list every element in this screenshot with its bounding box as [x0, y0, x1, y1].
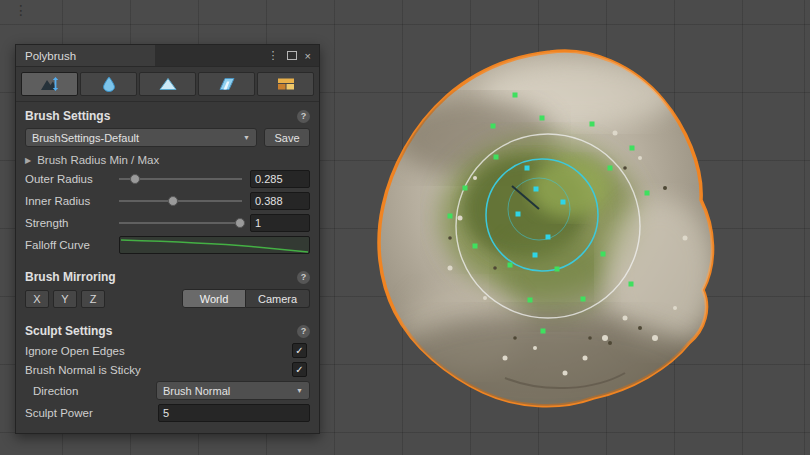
falloff-curve-field[interactable] [119, 236, 310, 254]
inner-radius-label: Inner Radius [25, 195, 119, 207]
brush-mirroring-title: Brush Mirroring [25, 270, 116, 284]
help-icon[interactable]: ? [297, 271, 310, 284]
scene-viewport[interactable]: ⋮ [0, 0, 810, 455]
maximize-icon[interactable] [287, 51, 297, 60]
rock-mesh[interactable] [355, 38, 735, 418]
save-button[interactable]: Save [264, 128, 310, 147]
strength-label: Strength [25, 217, 119, 229]
tab-polybrush[interactable]: Polybrush [16, 45, 155, 66]
mirror-space-camera-button[interactable]: Camera [246, 289, 310, 308]
strength-value: 1 [255, 217, 261, 229]
falloff-label: Falloff Curve [25, 239, 119, 251]
slider-handle[interactable] [130, 174, 140, 184]
sculpt-mode-button[interactable] [21, 72, 78, 96]
polybrush-window: Polybrush ⋮ × [15, 44, 320, 434]
help-icon[interactable]: ? [297, 110, 310, 123]
strength-slider[interactable] [119, 215, 242, 231]
close-icon[interactable]: × [305, 50, 311, 62]
place-prefab-mode-button[interactable] [198, 72, 255, 96]
paint-texture-mode-button[interactable] [257, 72, 314, 96]
direction-row: Direction Brush Normal ▼ [16, 379, 319, 402]
brush-normal-sticky-checkbox[interactable]: ✓ [292, 362, 307, 377]
texture-bricks-icon [276, 76, 296, 92]
polybrush-mode-toolbar [16, 67, 319, 102]
outer-radius-row: Outer Radius 0.285 [16, 168, 319, 190]
brush-settings-title: Brush Settings [25, 109, 110, 123]
brush-normal-sticky-label: Brush Normal is Sticky [25, 364, 141, 376]
brush-radius-foldout[interactable]: ▶ Brush Radius Min / Max [16, 149, 319, 168]
strength-field[interactable]: 1 [250, 214, 310, 232]
outer-radius-value: 0.285 [255, 173, 283, 185]
ignore-open-edges-label: Ignore Open Edges [25, 345, 125, 357]
inner-radius-value: 0.388 [255, 195, 283, 207]
mirror-space-world-button[interactable]: World [182, 289, 246, 308]
scene-menu-icon[interactable]: ⋮ [14, 2, 28, 18]
chevron-down-icon: ▼ [296, 387, 303, 394]
direction-value: Brush Normal [163, 385, 230, 397]
ignore-open-edges-checkbox[interactable]: ✓ [292, 343, 307, 358]
window-controls: ⋮ × [268, 45, 319, 66]
sculpt-power-field[interactable]: 5 [158, 404, 310, 422]
direction-dropdown[interactable]: Brush Normal ▼ [156, 381, 310, 400]
brush-settings-header: Brush Settings ? [16, 102, 319, 126]
falloff-row: Falloff Curve [16, 234, 319, 256]
water-drop-icon [99, 76, 119, 92]
outer-radius-label: Outer Radius [25, 173, 119, 185]
slider-handle[interactable] [235, 218, 245, 228]
brush-mirroring-header: Brush Mirroring ? [16, 263, 319, 287]
sculpt-settings-header: Sculpt Settings ? [16, 317, 319, 341]
direction-label: Direction [25, 385, 119, 397]
window-tabbar: Polybrush ⋮ × [16, 45, 319, 67]
mirror-space-toggle: World Camera [182, 289, 310, 308]
brush-preset-row: BrushSettings-Default ▼ Save [16, 126, 319, 149]
slider-handle[interactable] [168, 196, 178, 206]
window-menu-icon[interactable]: ⋮ [268, 49, 279, 62]
sculpt-settings-title: Sculpt Settings [25, 324, 112, 338]
sculpt-power-label: Sculpt Power [25, 407, 119, 419]
falloff-curve [120, 237, 309, 253]
inner-radius-field[interactable]: 0.388 [250, 192, 310, 210]
outer-radius-field[interactable]: 0.285 [250, 170, 310, 188]
mirror-y-button[interactable]: Y [53, 290, 77, 308]
paint-color-mode-button[interactable] [139, 72, 196, 96]
outer-radius-slider[interactable] [119, 171, 242, 187]
mirror-row: X Y Z World Camera [16, 287, 319, 310]
chevron-down-icon: ▼ [243, 134, 250, 141]
inner-radius-row: Inner Radius 0.388 [16, 190, 319, 212]
window-title: Polybrush [25, 50, 76, 62]
inner-radius-slider[interactable] [119, 193, 242, 209]
triangle-icon [158, 76, 178, 92]
strength-row: Strength 1 [16, 212, 319, 234]
sculpt-mountain-icon [40, 76, 60, 92]
sculpt-power-row: Sculpt Power 5 [16, 402, 319, 424]
mirror-z-button[interactable]: Z [81, 290, 105, 308]
foldout-arrow-icon: ▶ [25, 156, 31, 165]
brush-preset-dropdown[interactable]: BrushSettings-Default ▼ [25, 128, 257, 147]
brush-flag-icon [217, 76, 237, 92]
brush-preset-value: BrushSettings-Default [32, 132, 139, 144]
sculpt-power-value: 5 [163, 407, 169, 419]
mirror-x-button[interactable]: X [25, 290, 49, 308]
smooth-mode-button[interactable] [80, 72, 137, 96]
brush-normal-sticky-row: Brush Normal is Sticky ✓ [16, 360, 319, 379]
help-icon[interactable]: ? [297, 325, 310, 338]
ignore-open-edges-row: Ignore Open Edges ✓ [16, 341, 319, 360]
foldout-label: Brush Radius Min / Max [37, 154, 159, 166]
